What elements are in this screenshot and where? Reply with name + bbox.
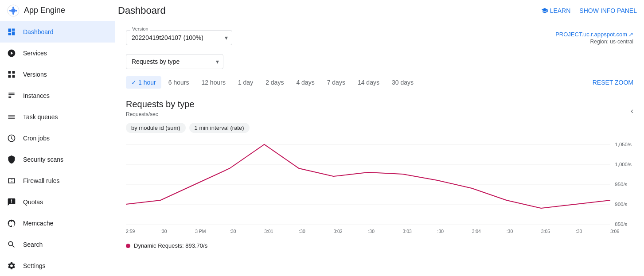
layout: Dashboard Services Versions Instances Ta… [0, 21, 644, 276]
svg-text:1,000/s: 1,000/s [615, 162, 632, 167]
svg-text:850/s: 850/s [615, 222, 627, 227]
time-btn-4-days[interactable]: 4 days [291, 76, 320, 89]
chart-filters: by module id (sum)1 min interval (rate) [126, 123, 633, 133]
sidebar-label-search: Search [23, 241, 43, 248]
page-title: Dashboard [118, 5, 541, 16]
svg-text:3:03: 3:03 [403, 229, 412, 234]
svg-rect-7 [12, 71, 15, 74]
svg-point-1 [11, 8, 16, 13]
chart-type-row: Requests by typeRequests by app versionE… [126, 54, 633, 69]
sidebar-item-memcache[interactable]: Memcache [0, 213, 115, 234]
checkmark-icon: ✓ [131, 79, 137, 86]
sidebar-label-cron-jobs: Cron jobs [23, 135, 50, 142]
time-btn-12-hours[interactable]: 12 hours [196, 76, 230, 89]
instances-icon [7, 91, 16, 100]
sidebar-label-instances: Instances [23, 92, 50, 99]
chart-type-select[interactable]: Requests by typeRequests by app versionE… [126, 54, 223, 69]
sidebar-label-settings: Settings [23, 262, 46, 269]
svg-rect-8 [8, 75, 11, 78]
show-info-panel-button[interactable]: SHOW INFO PANEL [579, 7, 637, 14]
sidebar-item-dashboard[interactable]: Dashboard [0, 21, 115, 43]
svg-rect-9 [12, 75, 15, 78]
svg-text:3:04: 3:04 [472, 229, 481, 234]
svg-text:2:59: 2:59 [126, 229, 135, 234]
memcache-icon [7, 219, 16, 228]
svg-point-5 [16, 10, 17, 12]
learn-link[interactable]: LEARN [541, 7, 571, 14]
chip-by-module-id-(sum)[interactable]: by module id (sum) [126, 123, 186, 133]
version-label: Version [130, 26, 150, 31]
version-select[interactable]: 20220419t204107 (100%) [126, 30, 232, 45]
versions-icon [7, 70, 16, 79]
sidebar-label-quotas: Quotas [23, 198, 43, 206]
chart-svg: 1,050/s 1,000/s 950/s 900/s 850/s 2:59 :… [126, 140, 633, 237]
dashboard-icon [7, 27, 16, 36]
chip-1-min-interval-(rate)[interactable]: 1 min interval (rate) [189, 123, 250, 133]
time-btn-7-days[interactable]: 7 days [322, 76, 351, 89]
svg-text:3 PM: 3 PM [195, 229, 206, 234]
svg-text:3:01: 3:01 [264, 229, 273, 234]
svg-text:3:06: 3:06 [610, 229, 620, 234]
sidebar-label-security-scans: Security scans [23, 156, 63, 163]
sidebar-item-versions[interactable]: Versions [0, 64, 115, 85]
legend-dot [126, 244, 130, 248]
sidebar: Dashboard Services Versions Instances Ta… [0, 21, 115, 276]
version-row: Version 20220419t204107 (100%) ▾ PROJECT… [126, 30, 633, 45]
chart-section: Requests by type Requests/sec ‹ by modul… [126, 99, 633, 249]
sidebar-item-instances[interactable]: Instances [0, 85, 115, 106]
svg-text::30: :30 [368, 229, 375, 234]
main-content: Version 20220419t204107 (100%) ▾ PROJECT… [115, 21, 644, 276]
topbar-actions: LEARN SHOW INFO PANEL [541, 7, 637, 14]
project-link[interactable]: PROJECT.uc.r.appspot.com ↗ [555, 31, 633, 38]
sidebar-item-task-queues[interactable]: Task queues [0, 106, 115, 128]
chart-subtitle: Requests/sec [126, 111, 195, 117]
quotas-icon [7, 198, 16, 206]
svg-text:3:02: 3:02 [333, 229, 343, 234]
external-link-icon: ↗ [628, 31, 633, 38]
search-icon [7, 240, 16, 249]
time-range-buttons: ✓ 1 hour6 hours12 hours1 day2 days4 days… [126, 76, 419, 89]
firewall-rules-icon [7, 176, 16, 185]
legend-text: Dynamic Requests: 893.70/s [134, 242, 207, 249]
time-btn-1-day[interactable]: 1 day [233, 76, 258, 89]
chart-type-select-wrap: Requests by typeRequests by app versionE… [126, 54, 223, 69]
svg-point-4 [9, 10, 11, 12]
time-btn-30-days[interactable]: 30 days [386, 76, 419, 89]
sidebar-item-quotas[interactable]: Quotas [0, 191, 115, 213]
topbar: App Engine Dashboard LEARN SHOW INFO PAN… [0, 0, 644, 21]
svg-text:900/s: 900/s [615, 202, 627, 207]
svg-point-2 [12, 7, 14, 8]
graduation-icon [541, 7, 548, 14]
svg-text:3:05: 3:05 [541, 229, 550, 234]
sidebar-label-firewall-rules: Firewall rules [23, 177, 59, 184]
time-btn-2-days[interactable]: 2 days [260, 76, 289, 89]
chart-collapse-icon[interactable]: ‹ [631, 106, 633, 116]
time-btn-6-hours[interactable]: 6 hours [163, 76, 195, 89]
sidebar-item-services[interactable]: Services [0, 43, 115, 64]
svg-text::30: :30 [437, 229, 444, 234]
sidebar-label-memcache: Memcache [23, 220, 53, 227]
sidebar-item-cron-jobs[interactable]: Cron jobs [0, 128, 115, 149]
time-range-row: ✓ 1 hour6 hours12 hours1 day2 days4 days… [126, 76, 633, 89]
project-link-section: PROJECT.uc.r.appspot.com ↗ Region: us-ce… [555, 31, 633, 45]
sidebar-label-task-queues: Task queues [23, 113, 58, 121]
version-selector-wrap: Version 20220419t204107 (100%) ▾ [126, 30, 232, 45]
learn-label: LEARN [550, 7, 571, 14]
svg-text:1,050/s: 1,050/s [615, 142, 632, 147]
services-icon [7, 49, 16, 58]
sidebar-item-search[interactable]: Search [0, 234, 115, 255]
reset-zoom-button[interactable]: RESET ZOOM [593, 79, 633, 86]
security-scans-icon [7, 155, 16, 164]
time-btn-1-hour[interactable]: ✓ 1 hour [126, 76, 161, 89]
sidebar-label-versions: Versions [23, 71, 47, 78]
sidebar-item-settings[interactable]: Settings [0, 255, 115, 276]
time-btn-14-days[interactable]: 14 days [352, 76, 385, 89]
sidebar-item-security-scans[interactable]: Security scans [0, 149, 115, 170]
cron-jobs-icon [7, 134, 16, 143]
task-queues-icon [7, 113, 16, 121]
sidebar-label-dashboard: Dashboard [23, 28, 54, 35]
sidebar-item-firewall-rules[interactable]: Firewall rules [0, 170, 115, 191]
project-link-text: PROJECT.uc.r.appspot.com [555, 31, 627, 38]
settings-icon [7, 261, 16, 270]
sidebar-label-services: Services [23, 50, 47, 57]
